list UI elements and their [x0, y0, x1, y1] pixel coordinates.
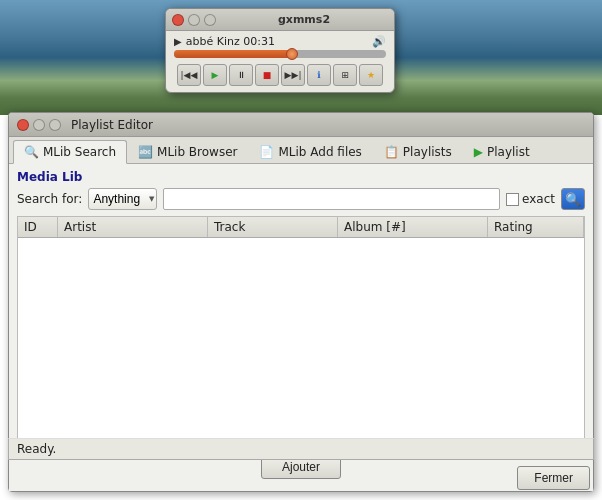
playlist-editor: Playlist Editor 🔍 MLib Search 🔤 MLib Bro…	[8, 112, 594, 492]
results-table: ID Artist Track Album [#] Rating	[17, 216, 585, 449]
mini-player-body: ▶ abbé Kinz 00:31 🔊 |◀◀ ▶ ⏸ ■ ▶▶| ℹ ⊞ ★	[166, 31, 394, 92]
search-type-dropdown[interactable]: Anything Artist Album Track ID	[88, 188, 157, 210]
progress-knob[interactable]	[286, 48, 298, 60]
tab-playlist[interactable]: ▶ Playlist	[463, 140, 541, 164]
mini-player-title: gxmms2	[220, 13, 388, 26]
editor-maximize-button[interactable]	[49, 119, 61, 131]
next-button[interactable]: ▶▶|	[281, 64, 305, 86]
search-type-dropdown-wrapper[interactable]: Anything Artist Album Track ID	[88, 188, 157, 210]
search-for-label: Search for:	[17, 192, 82, 206]
status-text: Ready.	[17, 442, 56, 456]
footer-bar: Fermer	[8, 466, 594, 490]
col-header-id: ID	[18, 217, 58, 237]
tab-mlib-browser[interactable]: 🔤 MLib Browser	[127, 140, 248, 164]
mlib-add-files-tab-icon: 📄	[259, 145, 274, 159]
maximize-button[interactable]	[204, 14, 216, 26]
mlib-search-tab-label: MLib Search	[43, 145, 116, 159]
mlib-add-files-tab-label: MLib Add files	[278, 145, 361, 159]
eq-button[interactable]: ⊞	[333, 64, 357, 86]
exact-label: exact	[522, 192, 555, 206]
editor-title: Playlist Editor	[71, 118, 153, 132]
search-input[interactable]	[163, 188, 500, 210]
tab-playlists[interactable]: 📋 Playlists	[373, 140, 463, 164]
table-body	[18, 238, 584, 448]
progress-bar[interactable]	[174, 50, 386, 58]
exact-checkbox[interactable]	[506, 193, 519, 206]
info-button[interactable]: ℹ	[307, 64, 331, 86]
editor-minimize-button[interactable]	[33, 119, 45, 131]
playlists-tab-label: Playlists	[403, 145, 452, 159]
mlib-browser-tab-label: MLib Browser	[157, 145, 237, 159]
search-button[interactable]: 🔍	[561, 188, 585, 210]
track-info: abbé Kinz 00:31	[186, 35, 372, 48]
playlist-tab-label: Playlist	[487, 145, 530, 159]
mini-player: gxmms2 ▶ abbé Kinz 00:31 🔊 |◀◀ ▶ ⏸ ■ ▶▶|…	[165, 8, 395, 93]
exact-row: exact	[506, 192, 555, 206]
tabs-row: 🔍 MLib Search 🔤 MLib Browser 📄 MLib Add …	[9, 137, 593, 164]
mlib-browser-tab-icon: 🔤	[138, 145, 153, 159]
play-button[interactable]: ▶	[203, 64, 227, 86]
fermer-button[interactable]: Fermer	[517, 466, 590, 490]
status-bar: Ready.	[8, 438, 594, 460]
minimize-button[interactable]	[188, 14, 200, 26]
search-row: Search for: Anything Artist Album Track …	[17, 188, 585, 210]
tab-mlib-search[interactable]: 🔍 MLib Search	[13, 140, 127, 164]
table-header: ID Artist Track Album [#] Rating	[18, 217, 584, 238]
mini-player-titlebar: gxmms2	[166, 9, 394, 31]
star-button[interactable]: ★	[359, 64, 383, 86]
mlib-search-tab-icon: 🔍	[24, 145, 39, 159]
controls-row: |◀◀ ▶ ⏸ ■ ▶▶| ℹ ⊞ ★	[174, 62, 386, 88]
tab-mlib-add-files[interactable]: 📄 MLib Add files	[248, 140, 372, 164]
playlist-tab-icon: ▶	[474, 145, 483, 159]
volume-icon: 🔊	[372, 35, 386, 48]
section-label: Media Lib	[17, 170, 585, 184]
stop-button[interactable]: ■	[255, 64, 279, 86]
col-header-rating: Rating	[488, 217, 584, 237]
play-state-icon: ▶	[174, 36, 182, 47]
close-button[interactable]	[172, 14, 184, 26]
col-header-artist: Artist	[58, 217, 208, 237]
playlists-tab-icon: 📋	[384, 145, 399, 159]
progress-fill	[174, 50, 291, 58]
track-info-row: ▶ abbé Kinz 00:31 🔊	[174, 35, 386, 48]
col-header-album: Album [#]	[338, 217, 488, 237]
pause-button[interactable]: ⏸	[229, 64, 253, 86]
editor-titlebar: Playlist Editor	[9, 113, 593, 137]
editor-close-button[interactable]	[17, 119, 29, 131]
col-header-track: Track	[208, 217, 338, 237]
prev-button[interactable]: |◀◀	[177, 64, 201, 86]
